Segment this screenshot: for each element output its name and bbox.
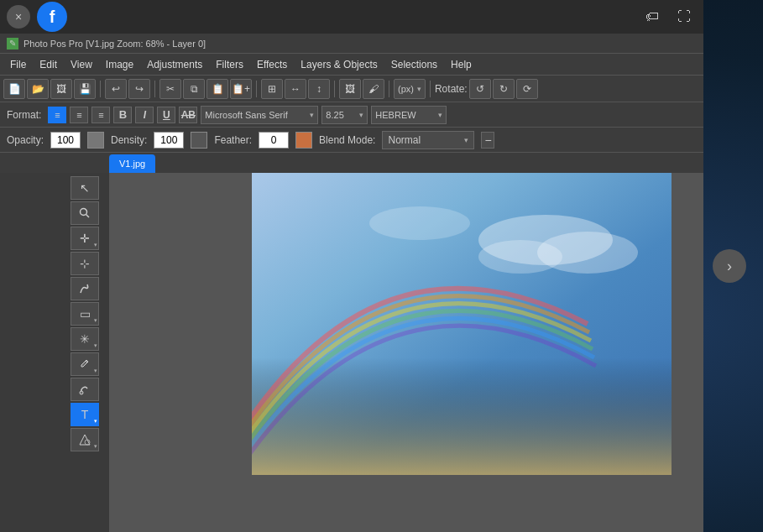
rotate-cw-button[interactable]: ↻ bbox=[493, 79, 515, 99]
copy-button[interactable]: ⧉ bbox=[183, 79, 205, 99]
opacity-label: Opacity: bbox=[7, 134, 44, 146]
feather-swatch[interactable] bbox=[295, 132, 312, 149]
save-button[interactable]: 💾 bbox=[74, 79, 96, 99]
font-size-chevron: ▾ bbox=[359, 111, 363, 119]
paste-special-button[interactable]: 📋+ bbox=[230, 79, 252, 99]
separator2 bbox=[154, 81, 155, 97]
tab-label: V1.jpg bbox=[119, 159, 145, 169]
open-file-button[interactable]: 📂 bbox=[27, 79, 49, 99]
transform-tool-button[interactable]: ⊹ bbox=[71, 252, 99, 275]
menu-effects[interactable]: Effects bbox=[250, 57, 294, 72]
units-dropdown[interactable]: (px) ▾ bbox=[394, 79, 426, 99]
align-center-button[interactable]: ≡ bbox=[70, 107, 88, 123]
selection-arrow: ▾ bbox=[94, 317, 97, 324]
menu-view[interactable]: View bbox=[64, 57, 99, 72]
menu-filters[interactable]: Filters bbox=[209, 57, 250, 72]
flip-v-button[interactable]: ↕ bbox=[308, 79, 330, 99]
eyedropper-tool-button[interactable]: ▾ bbox=[71, 352, 99, 376]
blend-mode-chevron: ▾ bbox=[464, 136, 468, 144]
zoom-tool-button[interactable] bbox=[71, 201, 99, 225]
menu-image[interactable]: Image bbox=[99, 57, 140, 72]
svg-line-1 bbox=[86, 215, 90, 218]
separator4 bbox=[334, 81, 335, 97]
bold-button[interactable]: B bbox=[113, 107, 132, 123]
freehand-tool-button[interactable] bbox=[71, 277, 99, 300]
menu-edit[interactable]: Edit bbox=[33, 57, 64, 72]
format-label: Format: bbox=[7, 109, 41, 121]
svg-point-0 bbox=[81, 209, 87, 216]
units-chevron: ▾ bbox=[417, 85, 421, 93]
menu-adjustments[interactable]: Adjustments bbox=[140, 57, 209, 72]
feather-value[interactable]: 0 bbox=[259, 132, 289, 149]
magnetic-tool-button[interactable] bbox=[71, 378, 99, 401]
canvas-button[interactable]: 🖌 bbox=[363, 79, 384, 99]
grid-button[interactable]: ⊞ bbox=[261, 79, 283, 99]
menu-bar: File Edit View Image Adjustments Filters… bbox=[0, 54, 703, 76]
svg-point-11 bbox=[369, 206, 470, 240]
selection-tool-button[interactable]: ▭ ▾ bbox=[71, 302, 99, 326]
font-family-value: Microsoft Sans Serif bbox=[205, 110, 287, 120]
close-button[interactable]: × bbox=[7, 5, 30, 29]
maximize-icon[interactable]: ⛶ bbox=[672, 4, 697, 29]
title-bar: × f 🏷 ⛶ bbox=[0, 0, 703, 34]
app-icon: ✎ bbox=[7, 38, 18, 50]
menu-help[interactable]: Help bbox=[444, 57, 478, 72]
separator1 bbox=[100, 81, 101, 97]
font-size-value: 8.25 bbox=[326, 110, 343, 120]
toolbar-format: Format: ≡ ≡ ≡ B I U AB Microsoft Sans Se… bbox=[0, 102, 703, 128]
new-file-button[interactable]: 📄 bbox=[3, 79, 25, 99]
opacity-value[interactable]: 100 bbox=[50, 132, 81, 149]
rotate-custom-button[interactable]: ⟳ bbox=[516, 79, 538, 99]
menu-layers[interactable]: Layers & Objects bbox=[294, 57, 384, 72]
tag-icon[interactable]: 🏷 bbox=[640, 4, 665, 29]
main-content: ↖ ✛ ▾ ⊹ ▭ ▾ ✳ bbox=[0, 173, 703, 532]
underline-button[interactable]: U bbox=[157, 107, 175, 123]
toolbar-blend: Opacity: 100 Density: 100 Feather: 0 Ble… bbox=[0, 128, 703, 153]
font-family-chevron: ▾ bbox=[310, 111, 314, 119]
opacity-swatch[interactable] bbox=[87, 132, 104, 149]
blend-mode-value: Normal bbox=[388, 134, 421, 146]
density-swatch[interactable] bbox=[191, 132, 207, 149]
shape-arrow: ▾ bbox=[94, 443, 97, 450]
app-title-row: ✎ Photo Pos Pro [V1.jpg Zoom: 68% - Laye… bbox=[0, 34, 703, 54]
density-label: Density: bbox=[111, 134, 147, 146]
align-left-button[interactable]: ≡ bbox=[48, 107, 66, 123]
cut-button[interactable]: ✂ bbox=[159, 79, 181, 99]
tab-bar: V1.jpg bbox=[0, 153, 703, 173]
paste-button[interactable]: 📋 bbox=[206, 79, 228, 99]
density-value[interactable]: 100 bbox=[154, 132, 184, 149]
app-title: Photo Pos Pro [V1.jpg Zoom: 68% - Layer … bbox=[24, 39, 206, 49]
canvas-svg bbox=[252, 173, 672, 475]
italic-button[interactable]: I bbox=[135, 107, 154, 123]
next-arrow-button[interactable]: › bbox=[713, 249, 746, 283]
blend-mode-select[interactable]: Normal ▾ bbox=[382, 131, 474, 149]
font-family-select[interactable]: Microsoft Sans Serif ▾ bbox=[201, 106, 318, 124]
units-label: (px) bbox=[398, 84, 414, 94]
magic-wand-tool-button[interactable]: ✳ ▾ bbox=[71, 327, 99, 351]
language-value: HEBREW bbox=[375, 110, 415, 120]
strikethrough-button[interactable]: AB bbox=[179, 107, 197, 123]
shape-tool-button[interactable]: ▾ bbox=[71, 428, 99, 451]
language-chevron: ▾ bbox=[438, 111, 442, 119]
blend-minus-button[interactable]: − bbox=[481, 132, 494, 149]
move-tool-arrow: ▾ bbox=[94, 242, 97, 248]
menu-file[interactable]: File bbox=[3, 57, 33, 72]
move-tool-button[interactable]: ✛ ▾ bbox=[71, 227, 99, 250]
undo-button[interactable]: ↩ bbox=[105, 79, 127, 99]
app-logo: f bbox=[37, 2, 67, 32]
menu-selections[interactable]: Selections bbox=[384, 57, 444, 72]
separator3 bbox=[256, 81, 257, 97]
language-select[interactable]: HEBREW ▾ bbox=[371, 106, 447, 124]
eyedropper-arrow: ▾ bbox=[94, 368, 97, 374]
select-tool-button[interactable]: ↖ bbox=[71, 176, 99, 200]
photo-button[interactable]: 🖼 bbox=[339, 79, 361, 99]
redo-button[interactable]: ↪ bbox=[128, 79, 150, 99]
flip-h-button[interactable]: ↔ bbox=[285, 79, 306, 99]
separator5 bbox=[389, 81, 389, 97]
font-size-select[interactable]: 8.25 ▾ bbox=[321, 106, 368, 124]
rotate-ccw-button[interactable]: ↺ bbox=[469, 79, 491, 99]
align-right-button[interactable]: ≡ bbox=[91, 107, 110, 123]
special-open-button[interactable]: 🖼 bbox=[50, 79, 72, 99]
tab-v1jpg[interactable]: V1.jpg bbox=[109, 154, 155, 173]
text-tool-button[interactable]: T ▾ bbox=[71, 403, 99, 426]
